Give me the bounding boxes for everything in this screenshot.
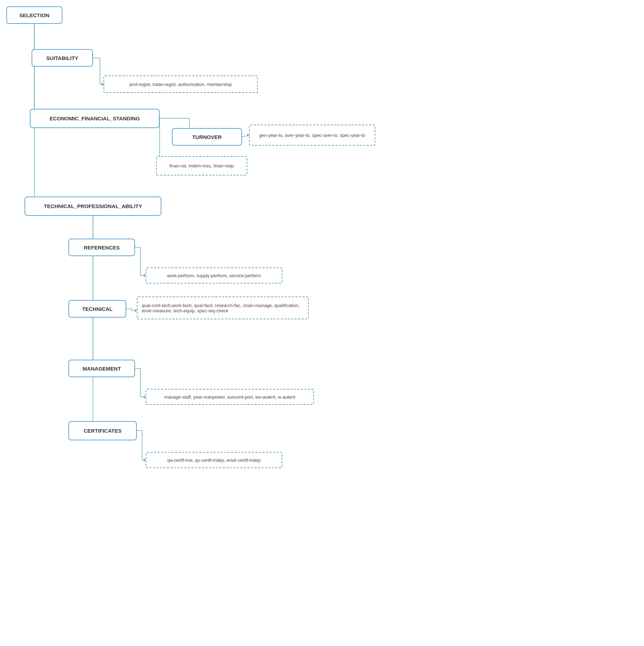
management-node: MANAGEMENT: [68, 360, 135, 377]
economic-label: ECONOMIC_FINANCIAL_STANDING: [49, 115, 140, 121]
technical-label: TECHNICAL: [82, 306, 113, 312]
technical-professional-node: TECHNICAL_PROFESSIONAL_ABILITY: [25, 197, 161, 216]
technical-node: TECHNICAL: [68, 300, 126, 318]
financial-items-node: finan-rat, indem-insu, finan-requ: [156, 156, 247, 175]
management-label: MANAGEMENT: [82, 366, 121, 372]
technical-items-label: qual-cont-tech,work-tech, qual-facil, re…: [142, 303, 304, 313]
certificates-items-label: qa-certif-inst, qu-certif-indep, envir-c…: [167, 458, 261, 463]
svg-line-14: [242, 135, 249, 137]
financial-items-label: finan-rat, indem-insu, finan-requ: [169, 163, 234, 168]
selection-node: SELECTION: [6, 6, 62, 24]
suitability-label: SUITABILITY: [46, 55, 78, 61]
turnover-node: TURNOVER: [172, 128, 242, 146]
references-node: REFERENCES: [68, 239, 135, 256]
technical-items-node: qual-cont-tech,work-tech, qual-facil, re…: [137, 297, 309, 319]
connector-lines: [0, 0, 644, 646]
diagram: SELECTION SUITABILITY prof-regist, trade…: [0, 0, 644, 646]
suitability-items-node: prof-regist, trade-regist, authorisation…: [103, 75, 258, 93]
management-items-node: manage-staff, year-manpower, suncont-por…: [146, 389, 314, 405]
certificates-node: CERTIFICATES: [68, 421, 137, 440]
economic-node: ECONOMIC_FINANCIAL_STANDING: [30, 109, 160, 128]
technical-professional-label: TECHNICAL_PROFESSIONAL_ABILITY: [44, 203, 142, 209]
certificates-label: CERTIFICATES: [83, 428, 121, 434]
suitability-node: SUITABILITY: [32, 49, 93, 67]
turnover-label: TURNOVER: [192, 134, 222, 140]
references-items-label: work-perform, supply-perform, service-pe…: [167, 273, 261, 278]
selection-label: SELECTION: [19, 12, 49, 18]
suitability-items-label: prof-regist, trade-regist, authorisation…: [129, 82, 232, 87]
references-items-node: work-perform, supply-perform, service-pe…: [146, 267, 282, 284]
turnover-items-node: gen-year-to, aver-year-to, spec-aver-to,…: [249, 125, 375, 146]
certificates-items-node: qa-certif-inst, qu-certif-indep, envir-c…: [146, 452, 282, 468]
references-label: REFERENCES: [84, 245, 120, 251]
turnover-items-label: gen-year-to, aver-year-to, spec-aver-to,…: [259, 133, 365, 138]
management-items-label: manage-staff, year-manpower, suncont-por…: [164, 394, 295, 400]
